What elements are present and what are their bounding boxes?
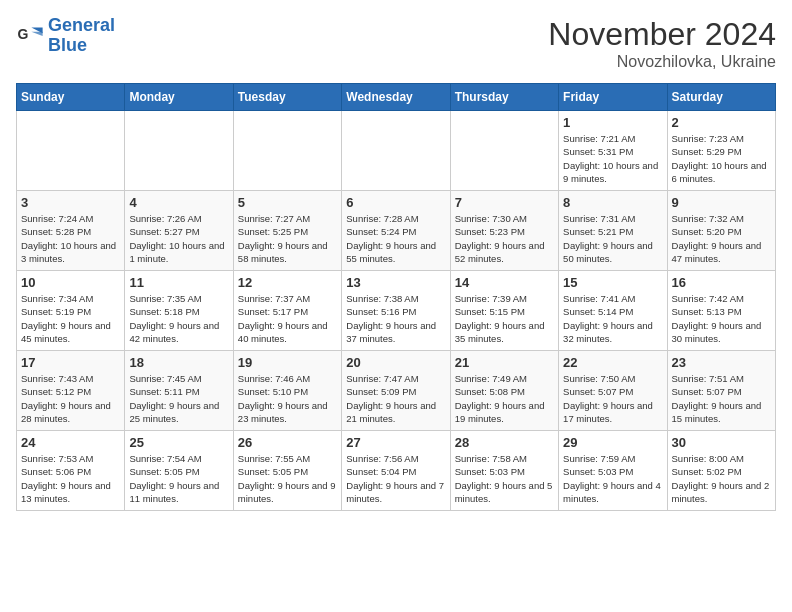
calendar-cell: 20Sunrise: 7:47 AM Sunset: 5:09 PM Dayli… xyxy=(342,351,450,431)
day-number: 1 xyxy=(563,115,662,130)
day-number: 9 xyxy=(672,195,771,210)
weekday-header-wednesday: Wednesday xyxy=(342,84,450,111)
calendar-cell: 2Sunrise: 7:23 AM Sunset: 5:29 PM Daylig… xyxy=(667,111,775,191)
day-info: Sunrise: 7:45 AM Sunset: 5:11 PM Dayligh… xyxy=(129,372,228,425)
calendar-cell xyxy=(233,111,341,191)
calendar-cell: 13Sunrise: 7:38 AM Sunset: 5:16 PM Dayli… xyxy=(342,271,450,351)
day-number: 7 xyxy=(455,195,554,210)
calendar-cell: 24Sunrise: 7:53 AM Sunset: 5:06 PM Dayli… xyxy=(17,431,125,511)
logo: G General Blue xyxy=(16,16,115,56)
month-title: November 2024 xyxy=(548,16,776,53)
calendar-week-row: 1Sunrise: 7:21 AM Sunset: 5:31 PM Daylig… xyxy=(17,111,776,191)
calendar-cell: 4Sunrise: 7:26 AM Sunset: 5:27 PM Daylig… xyxy=(125,191,233,271)
calendar-cell: 27Sunrise: 7:56 AM Sunset: 5:04 PM Dayli… xyxy=(342,431,450,511)
day-number: 5 xyxy=(238,195,337,210)
calendar-week-row: 10Sunrise: 7:34 AM Sunset: 5:19 PM Dayli… xyxy=(17,271,776,351)
calendar-table: SundayMondayTuesdayWednesdayThursdayFrid… xyxy=(16,83,776,511)
calendar-cell: 19Sunrise: 7:46 AM Sunset: 5:10 PM Dayli… xyxy=(233,351,341,431)
day-number: 25 xyxy=(129,435,228,450)
calendar-cell: 18Sunrise: 7:45 AM Sunset: 5:11 PM Dayli… xyxy=(125,351,233,431)
day-info: Sunrise: 7:31 AM Sunset: 5:21 PM Dayligh… xyxy=(563,212,662,265)
day-info: Sunrise: 7:28 AM Sunset: 5:24 PM Dayligh… xyxy=(346,212,445,265)
day-info: Sunrise: 7:38 AM Sunset: 5:16 PM Dayligh… xyxy=(346,292,445,345)
day-info: Sunrise: 7:24 AM Sunset: 5:28 PM Dayligh… xyxy=(21,212,120,265)
weekday-header-tuesday: Tuesday xyxy=(233,84,341,111)
day-number: 18 xyxy=(129,355,228,370)
day-info: Sunrise: 7:47 AM Sunset: 5:09 PM Dayligh… xyxy=(346,372,445,425)
calendar-cell: 11Sunrise: 7:35 AM Sunset: 5:18 PM Dayli… xyxy=(125,271,233,351)
calendar-cell: 16Sunrise: 7:42 AM Sunset: 5:13 PM Dayli… xyxy=(667,271,775,351)
calendar-cell: 23Sunrise: 7:51 AM Sunset: 5:07 PM Dayli… xyxy=(667,351,775,431)
calendar-cell: 25Sunrise: 7:54 AM Sunset: 5:05 PM Dayli… xyxy=(125,431,233,511)
weekday-header-monday: Monday xyxy=(125,84,233,111)
svg-text:G: G xyxy=(17,26,28,42)
calendar-cell: 6Sunrise: 7:28 AM Sunset: 5:24 PM Daylig… xyxy=(342,191,450,271)
title-block: November 2024 Novozhilovka, Ukraine xyxy=(548,16,776,71)
day-info: Sunrise: 7:49 AM Sunset: 5:08 PM Dayligh… xyxy=(455,372,554,425)
day-info: Sunrise: 7:26 AM Sunset: 5:27 PM Dayligh… xyxy=(129,212,228,265)
day-number: 29 xyxy=(563,435,662,450)
day-info: Sunrise: 7:55 AM Sunset: 5:05 PM Dayligh… xyxy=(238,452,337,505)
day-number: 24 xyxy=(21,435,120,450)
day-info: Sunrise: 7:42 AM Sunset: 5:13 PM Dayligh… xyxy=(672,292,771,345)
day-info: Sunrise: 8:00 AM Sunset: 5:02 PM Dayligh… xyxy=(672,452,771,505)
day-number: 10 xyxy=(21,275,120,290)
weekday-header-saturday: Saturday xyxy=(667,84,775,111)
day-number: 13 xyxy=(346,275,445,290)
location-subtitle: Novozhilovka, Ukraine xyxy=(548,53,776,71)
calendar-cell: 10Sunrise: 7:34 AM Sunset: 5:19 PM Dayli… xyxy=(17,271,125,351)
weekday-header-friday: Friday xyxy=(559,84,667,111)
day-info: Sunrise: 7:54 AM Sunset: 5:05 PM Dayligh… xyxy=(129,452,228,505)
logo-text: General Blue xyxy=(48,16,115,56)
page-header: G General Blue November 2024 Novozhilovk… xyxy=(16,16,776,71)
day-info: Sunrise: 7:58 AM Sunset: 5:03 PM Dayligh… xyxy=(455,452,554,505)
calendar-cell xyxy=(342,111,450,191)
day-info: Sunrise: 7:56 AM Sunset: 5:04 PM Dayligh… xyxy=(346,452,445,505)
day-info: Sunrise: 7:21 AM Sunset: 5:31 PM Dayligh… xyxy=(563,132,662,185)
day-number: 8 xyxy=(563,195,662,210)
day-number: 26 xyxy=(238,435,337,450)
logo-icon: G xyxy=(16,22,44,50)
calendar-cell: 7Sunrise: 7:30 AM Sunset: 5:23 PM Daylig… xyxy=(450,191,558,271)
calendar-cell: 30Sunrise: 8:00 AM Sunset: 5:02 PM Dayli… xyxy=(667,431,775,511)
day-info: Sunrise: 7:37 AM Sunset: 5:17 PM Dayligh… xyxy=(238,292,337,345)
calendar-cell xyxy=(125,111,233,191)
day-number: 30 xyxy=(672,435,771,450)
calendar-cell: 28Sunrise: 7:58 AM Sunset: 5:03 PM Dayli… xyxy=(450,431,558,511)
day-info: Sunrise: 7:34 AM Sunset: 5:19 PM Dayligh… xyxy=(21,292,120,345)
calendar-cell: 12Sunrise: 7:37 AM Sunset: 5:17 PM Dayli… xyxy=(233,271,341,351)
calendar-cell xyxy=(450,111,558,191)
calendar-cell: 9Sunrise: 7:32 AM Sunset: 5:20 PM Daylig… xyxy=(667,191,775,271)
day-info: Sunrise: 7:46 AM Sunset: 5:10 PM Dayligh… xyxy=(238,372,337,425)
calendar-cell xyxy=(17,111,125,191)
day-info: Sunrise: 7:51 AM Sunset: 5:07 PM Dayligh… xyxy=(672,372,771,425)
calendar-cell: 8Sunrise: 7:31 AM Sunset: 5:21 PM Daylig… xyxy=(559,191,667,271)
day-number: 2 xyxy=(672,115,771,130)
calendar-cell: 1Sunrise: 7:21 AM Sunset: 5:31 PM Daylig… xyxy=(559,111,667,191)
weekday-header-thursday: Thursday xyxy=(450,84,558,111)
day-number: 17 xyxy=(21,355,120,370)
day-number: 6 xyxy=(346,195,445,210)
day-number: 16 xyxy=(672,275,771,290)
calendar-cell: 22Sunrise: 7:50 AM Sunset: 5:07 PM Dayli… xyxy=(559,351,667,431)
day-number: 23 xyxy=(672,355,771,370)
calendar-cell: 17Sunrise: 7:43 AM Sunset: 5:12 PM Dayli… xyxy=(17,351,125,431)
day-number: 20 xyxy=(346,355,445,370)
calendar-header-row: SundayMondayTuesdayWednesdayThursdayFrid… xyxy=(17,84,776,111)
calendar-cell: 29Sunrise: 7:59 AM Sunset: 5:03 PM Dayli… xyxy=(559,431,667,511)
day-number: 15 xyxy=(563,275,662,290)
calendar-week-row: 24Sunrise: 7:53 AM Sunset: 5:06 PM Dayli… xyxy=(17,431,776,511)
day-info: Sunrise: 7:50 AM Sunset: 5:07 PM Dayligh… xyxy=(563,372,662,425)
calendar-cell: 5Sunrise: 7:27 AM Sunset: 5:25 PM Daylig… xyxy=(233,191,341,271)
day-number: 28 xyxy=(455,435,554,450)
day-number: 27 xyxy=(346,435,445,450)
day-number: 3 xyxy=(21,195,120,210)
day-info: Sunrise: 7:59 AM Sunset: 5:03 PM Dayligh… xyxy=(563,452,662,505)
day-number: 21 xyxy=(455,355,554,370)
day-info: Sunrise: 7:43 AM Sunset: 5:12 PM Dayligh… xyxy=(21,372,120,425)
svg-marker-2 xyxy=(31,32,42,36)
calendar-cell: 15Sunrise: 7:41 AM Sunset: 5:14 PM Dayli… xyxy=(559,271,667,351)
calendar-cell: 21Sunrise: 7:49 AM Sunset: 5:08 PM Dayli… xyxy=(450,351,558,431)
day-number: 4 xyxy=(129,195,228,210)
day-info: Sunrise: 7:23 AM Sunset: 5:29 PM Dayligh… xyxy=(672,132,771,185)
